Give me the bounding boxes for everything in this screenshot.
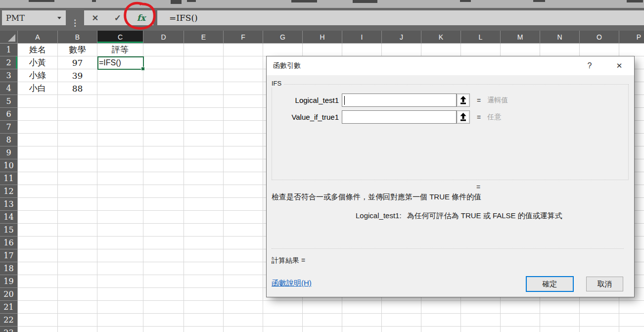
cell[interactable]: [18, 249, 58, 262]
column-header-A[interactable]: A: [18, 31, 58, 44]
column-header-C[interactable]: C: [97, 31, 143, 44]
cell[interactable]: [184, 301, 224, 314]
cell[interactable]: [461, 314, 501, 327]
cell[interactable]: [619, 314, 644, 327]
cell[interactable]: [224, 69, 263, 82]
name-box-dropdown-icon[interactable]: [57, 17, 61, 19]
cell[interactable]: [224, 121, 263, 134]
cell[interactable]: [143, 211, 184, 224]
cell[interactable]: [540, 314, 580, 327]
row-header-16[interactable]: 16: [0, 237, 18, 249]
cell[interactable]: [97, 146, 143, 159]
cell[interactable]: [143, 301, 184, 314]
row-header-13[interactable]: 13: [0, 198, 18, 211]
cell[interactable]: [18, 224, 58, 237]
cell[interactable]: [143, 327, 184, 332]
cell[interactable]: [58, 134, 97, 146]
cell[interactable]: [184, 95, 224, 108]
cell[interactable]: [58, 237, 97, 249]
row-header-17[interactable]: 17: [0, 249, 18, 262]
cell[interactable]: [342, 327, 382, 332]
column-header-J[interactable]: J: [382, 31, 421, 44]
cell[interactable]: [143, 146, 184, 159]
row-header-11[interactable]: 11: [0, 172, 18, 185]
cell[interactable]: [97, 301, 143, 314]
cell[interactable]: [143, 275, 184, 288]
cell[interactable]: [58, 314, 97, 327]
cell[interactable]: [97, 185, 143, 198]
row-header-15[interactable]: 15: [0, 224, 18, 237]
row-header-6[interactable]: 6: [0, 108, 18, 121]
cell[interactable]: [143, 44, 184, 56]
cell[interactable]: [97, 249, 143, 262]
cell[interactable]: [224, 327, 263, 332]
cell[interactable]: [619, 327, 644, 332]
cell[interactable]: [18, 198, 58, 211]
cell[interactable]: [97, 288, 143, 301]
cell[interactable]: [224, 275, 263, 288]
cell[interactable]: [184, 185, 224, 198]
cell[interactable]: [18, 314, 58, 327]
cell[interactable]: [184, 275, 224, 288]
cell[interactable]: [619, 301, 644, 314]
cell[interactable]: [184, 82, 224, 95]
cell[interactable]: [303, 44, 342, 56]
cell-A4[interactable]: 小白: [18, 82, 58, 95]
cell[interactable]: [224, 172, 263, 185]
column-header-B[interactable]: B: [58, 31, 97, 44]
cell[interactable]: [224, 134, 263, 146]
enter-entry-icon[interactable]: ✓: [114, 13, 121, 23]
column-header-K[interactable]: K: [421, 31, 461, 44]
cell[interactable]: [184, 121, 224, 134]
cell[interactable]: [143, 249, 184, 262]
row-header-20[interactable]: 20: [0, 288, 18, 301]
cell[interactable]: [184, 44, 224, 56]
cell[interactable]: [184, 224, 224, 237]
cell[interactable]: [184, 198, 224, 211]
cell[interactable]: [263, 44, 303, 56]
cell[interactable]: [580, 314, 619, 327]
cell[interactable]: [18, 108, 58, 121]
cell[interactable]: [18, 237, 58, 249]
cell[interactable]: [18, 146, 58, 159]
cell[interactable]: [58, 288, 97, 301]
cell[interactable]: [97, 198, 143, 211]
cell[interactable]: [184, 314, 224, 327]
cell[interactable]: [97, 121, 143, 134]
column-header-G[interactable]: G: [263, 31, 303, 44]
cell[interactable]: [224, 262, 263, 275]
cell[interactable]: [143, 56, 184, 69]
row-header-18[interactable]: 18: [0, 262, 18, 275]
cell[interactable]: [184, 108, 224, 121]
cell-B4[interactable]: 88: [58, 82, 97, 95]
cell[interactable]: [184, 172, 224, 185]
cell[interactable]: [580, 301, 619, 314]
cell[interactable]: [143, 314, 184, 327]
cell-A2[interactable]: 小黃: [18, 56, 58, 69]
cell-B2[interactable]: 97: [58, 56, 97, 69]
cell[interactable]: [461, 301, 501, 314]
cell[interactable]: [224, 224, 263, 237]
cell[interactable]: [58, 224, 97, 237]
cell[interactable]: [342, 314, 382, 327]
cell[interactable]: [421, 44, 461, 56]
row-header-9[interactable]: 9: [0, 146, 18, 159]
cell[interactable]: [382, 327, 421, 332]
select-all-corner[interactable]: [0, 31, 18, 44]
collapse-dialog-button-2[interactable]: [457, 110, 470, 124]
row-header-8[interactable]: 8: [0, 134, 18, 146]
collapse-dialog-button-1[interactable]: [457, 94, 470, 107]
cell[interactable]: [224, 108, 263, 121]
cell[interactable]: [224, 237, 263, 249]
cell-C2[interactable]: =IFS(): [97, 56, 143, 69]
cell[interactable]: [18, 327, 58, 332]
cell[interactable]: [224, 211, 263, 224]
cell[interactable]: [421, 301, 461, 314]
cell[interactable]: [18, 211, 58, 224]
row-header-3[interactable]: 3: [0, 69, 18, 82]
value-if-true1-input[interactable]: [342, 111, 456, 123]
cell[interactable]: [224, 159, 263, 172]
cell[interactable]: [58, 198, 97, 211]
cell[interactable]: [263, 301, 303, 314]
cell[interactable]: [263, 327, 303, 332]
